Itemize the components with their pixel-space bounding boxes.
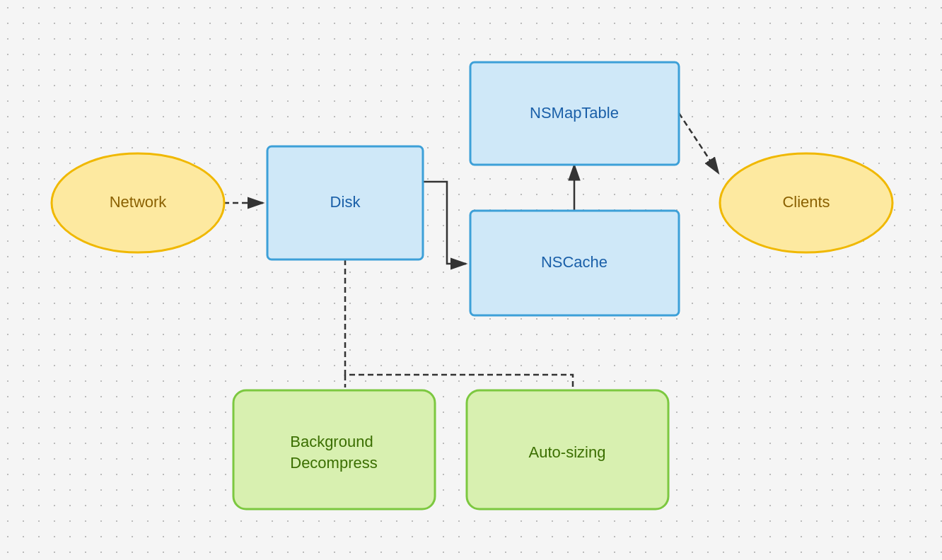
nsmaptable-label: NSMapTable: [530, 104, 619, 122]
auto-sizing-label: Auto-sizing: [529, 443, 606, 461]
clients-label: Clients: [782, 193, 830, 211]
network-label: Network: [110, 193, 168, 211]
arrow-nsmaptable-clients: [679, 113, 719, 173]
arrow-disk-nscache: [423, 182, 466, 264]
diagram-container: Network Disk NSMapTable NSCache Clients …: [0, 0, 942, 560]
disk-label: Disk: [330, 193, 361, 211]
nscache-label: NSCache: [541, 253, 607, 271]
